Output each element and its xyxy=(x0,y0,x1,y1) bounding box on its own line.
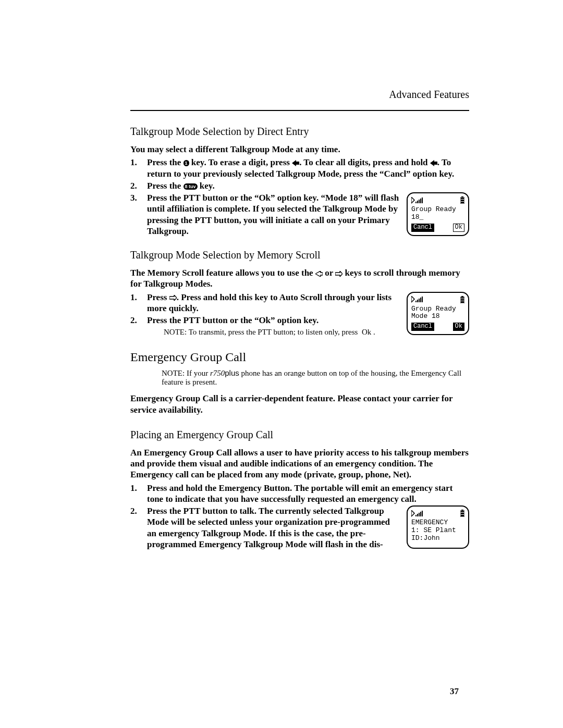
memory-scroll-row: 1. Press . Press and hold this key to Au… xyxy=(130,292,469,337)
svg-marker-14 xyxy=(335,271,342,277)
svg-marker-27 xyxy=(411,510,414,516)
screen2-line2: Mode 18 xyxy=(411,313,464,320)
step-3: 3. Press the PTT button or the “Ok” opti… xyxy=(130,192,401,237)
battery-icon xyxy=(460,510,464,517)
step3-text: Press the PTT button or the “Ok” option … xyxy=(147,192,401,237)
steps-memory-scroll: 1. Press . Press and hold this key to Au… xyxy=(130,292,401,326)
svg-rect-32 xyxy=(422,511,423,516)
svg-rect-37 xyxy=(461,511,464,512)
svg-rect-17 xyxy=(415,301,417,302)
screen3-line1: EMERGENCY xyxy=(411,519,464,527)
placing-step1-text: Press and hold the Emergency Button. The… xyxy=(147,483,469,505)
svg-marker-15 xyxy=(169,295,177,301)
step-number: 1. xyxy=(130,157,147,179)
section-title-memory-scroll: Talkgroup Mode Selection by Memory Scrol… xyxy=(130,249,469,261)
svg-rect-4 xyxy=(417,201,418,203)
ms-step-1: 1. Press . Press and hold this key to Au… xyxy=(130,292,401,314)
softkey-cancel: Cancl xyxy=(411,323,434,331)
svg-rect-3 xyxy=(415,202,417,203)
phone-screen-2: Group Ready Mode 18 Cancl Ok xyxy=(407,292,469,336)
note-a: If your xyxy=(187,369,210,377)
svg-rect-10 xyxy=(461,202,464,203)
step-1: 1. Press the 1 key. To erase a digit, pr… xyxy=(130,157,469,179)
running-header: Advanced Features xyxy=(130,89,469,101)
key-1-icon: 1 xyxy=(183,160,189,166)
step-number: 2. xyxy=(130,180,147,191)
svg-marker-13 xyxy=(315,271,323,277)
svg-rect-30 xyxy=(419,513,420,516)
key-8-icon: 8 tuv xyxy=(183,183,198,190)
ms-step-2: 2. Press the PTT button or the “Ok” opti… xyxy=(130,315,401,326)
step-number: 2. xyxy=(130,505,147,550)
svg-rect-31 xyxy=(420,512,421,516)
step1-text-b: key. To erase a digit, press xyxy=(189,157,292,167)
signal-icon xyxy=(411,296,424,303)
svg-marker-1 xyxy=(430,160,437,166)
svg-rect-11 xyxy=(461,200,464,201)
svg-rect-7 xyxy=(422,198,423,203)
battery-icon xyxy=(460,196,464,204)
placing-step-1: 1. Press and hold the Emergency Button. … xyxy=(130,483,469,505)
left-arrow-key-icon xyxy=(430,160,437,166)
model-name: r750 xyxy=(210,369,225,377)
step-number: 2. xyxy=(130,315,147,326)
svg-rect-35 xyxy=(461,515,464,516)
step-3-list: 3. Press the PTT button or the “Ok” opti… xyxy=(130,192,401,238)
screen1-line2: 18_ xyxy=(411,214,464,221)
svg-marker-2 xyxy=(411,197,414,203)
softkey-ok: Ok xyxy=(453,323,464,331)
phone-screen-3: EMERGENCY 1: SE Plant ID:John xyxy=(407,505,469,549)
scroll-right-icon xyxy=(169,295,177,301)
emergency-note: NOTE: If your r750plus phone has an oran… xyxy=(162,368,469,387)
step-2: 2. Press the 8 tuv key. xyxy=(130,180,469,191)
svg-rect-19 xyxy=(419,299,420,302)
ms-intro-b: or xyxy=(323,268,335,278)
scroll-right-icon xyxy=(335,271,342,277)
screen1-line1: Group Ready xyxy=(411,206,464,214)
header-rule xyxy=(130,110,469,111)
left-arrow-key-icon xyxy=(292,160,299,166)
ms-step2-text: Press the PTT button or the “Ok” option … xyxy=(147,315,401,326)
svg-rect-21 xyxy=(422,297,423,302)
svg-rect-18 xyxy=(417,300,418,302)
placing-step2-list: 2. Press the PTT button to talk. The cur… xyxy=(130,505,401,551)
ms-step1-b: . Press and hold this key to Auto Scroll… xyxy=(147,292,391,313)
note-label: NOTE: xyxy=(162,369,185,378)
svg-rect-5 xyxy=(419,200,420,203)
step1-text-c: . To clear all digits, press and hold xyxy=(299,157,430,167)
intro-direct-entry: You may select a different Talkgroup Mod… xyxy=(130,144,469,155)
step-number: 1. xyxy=(130,292,147,314)
svg-rect-20 xyxy=(420,298,421,302)
scroll-left-icon xyxy=(315,271,323,277)
section-title-emergency: Emergency Group Call xyxy=(130,350,469,364)
model-plus: plus xyxy=(225,368,239,377)
note-label: NOTE: xyxy=(164,328,187,337)
svg-rect-29 xyxy=(417,514,418,516)
placing-step2-row: 2. Press the PTT button to talk. The cur… xyxy=(130,505,469,551)
step2-text-b: key. xyxy=(198,181,215,191)
ms-intro-a: The Memory Scroll feature allows you to … xyxy=(130,268,315,278)
page: Advanced Features Talkgroup Mode Selecti… xyxy=(0,0,563,728)
steps-placing: 1. Press and hold the Emergency Button. … xyxy=(130,483,469,505)
softkey-cancel: Cancl xyxy=(411,224,434,232)
svg-rect-12 xyxy=(461,198,464,199)
steps-direct-entry: 1. Press the 1 key. To erase a digit, pr… xyxy=(130,157,469,191)
note-body: To transmit, press the PTT button; to li… xyxy=(189,328,375,336)
page-number: 37 xyxy=(450,686,459,697)
screen3-line3: ID:John xyxy=(411,535,464,542)
step2-text-a: Press the xyxy=(147,181,183,191)
svg-rect-6 xyxy=(420,199,421,203)
screen3-line2: 1: SE Plant xyxy=(411,527,464,535)
section-title-placing: Placing an Emergency Group Call xyxy=(130,429,469,441)
intro-memory-scroll: The Memory Scroll feature allows you to … xyxy=(130,267,469,290)
section-title-direct-entry: Talkgroup Mode Selection by Direct Entry xyxy=(130,126,469,138)
svg-rect-28 xyxy=(415,515,417,516)
screen2-line1: Group Ready xyxy=(411,305,464,313)
step-number: 1. xyxy=(130,483,147,505)
svg-marker-0 xyxy=(292,160,299,166)
svg-rect-26 xyxy=(461,298,464,299)
svg-rect-36 xyxy=(461,513,464,514)
ms-step1-a: Press xyxy=(147,292,169,302)
svg-rect-24 xyxy=(461,301,464,303)
step-3-row: 3. Press the PTT button or the “Ok” opti… xyxy=(130,192,469,238)
